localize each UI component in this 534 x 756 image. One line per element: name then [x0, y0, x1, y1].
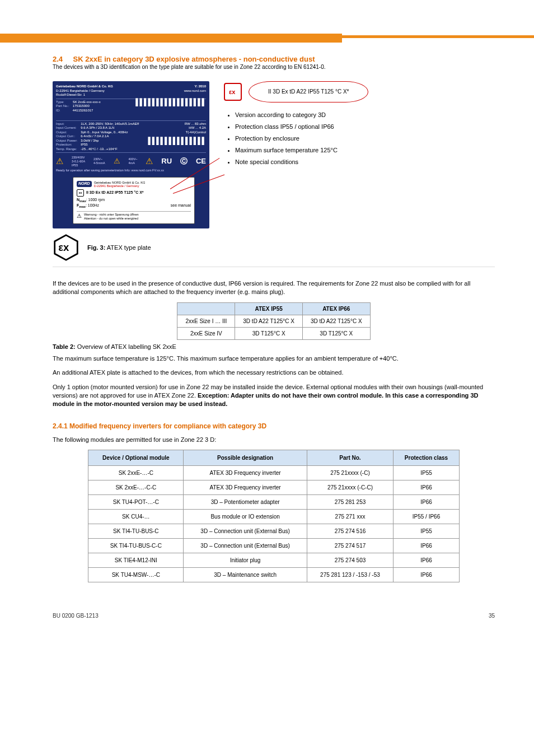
td: 3D T125°C X	[302, 327, 370, 339]
np-street: Rudolf-Diesel-Str. 1	[56, 93, 85, 96]
td: 275 281 253	[307, 495, 393, 510]
divider	[53, 267, 495, 267]
figure-row: Getriebebau NORD GmbH & Co. KG D-22941 B…	[53, 81, 495, 228]
td: 275 271 xxx	[307, 510, 393, 524]
td: SK TU4-MSW-…-C	[88, 568, 184, 582]
np-inner-company: Getriebebau NORD GmbH & Co. KG	[94, 181, 146, 184]
nmax-val: : 1000 rpm	[86, 198, 105, 202]
td: 3D tD A22 T125°C X	[235, 315, 303, 327]
td: SK TU4-POT-…-C	[88, 495, 184, 510]
nameplate-figure: Getriebebau NORD GmbH & Co. KG D-22941 B…	[53, 81, 209, 228]
td: ATEX 3D Frequency inverter	[184, 466, 307, 480]
td: 2xxE Size I … III	[177, 315, 235, 327]
ul-icon: RU	[161, 157, 172, 166]
td: ATEX 3D Frequency inverter	[184, 480, 307, 495]
fig-num: Fig. 3:	[87, 244, 105, 251]
footer-left: BU 0200 GB-1213	[53, 613, 99, 619]
paragraph: The following modules are permitted for …	[53, 436, 495, 444]
table-row: 2xxE Size I … III 3D tD A22 T125°C X 3D …	[177, 315, 370, 327]
np-labels-2: Input: Input Current: Output: Output Cur…	[56, 122, 77, 152]
td: 275 21xxxx (-C-C)	[307, 480, 393, 495]
hazard-icon: ⚠	[114, 157, 120, 166]
annot-bullet: Maximum surface temperature 125°C	[235, 146, 495, 155]
td: 3D – Potentiometer adapter	[184, 495, 307, 510]
atex-sub-plate: NORD Getriebebau NORD GmbH & Co. KG D-22…	[73, 177, 195, 224]
warn-de: Warnung - nicht unter Spannung öffnen	[84, 213, 139, 216]
ex-hex-icon: εx	[224, 83, 242, 101]
td: SK TIE4-M12-INI	[88, 553, 184, 568]
np-url: www.nord.com	[184, 89, 206, 92]
np-inner-ex: II 3D Ex tD A22 IP55 T125 °C X*	[86, 190, 144, 195]
td: Bus module or IO extension	[184, 510, 307, 524]
barcode-icon: ▌▌▌▌▌▌▌▌▌▌▌▌▌▌	[148, 139, 206, 143]
td: SK TI4-TU-BUS-C	[88, 524, 184, 539]
table-caption: Table 2: Overview of ATEX labelling SK 2…	[53, 343, 495, 350]
table-row: SK 2xxE-…-C-CATEX 3D Frequency inverter2…	[88, 480, 460, 495]
section-heading: 2.4 SK 2xxE in category 3D explosive atm…	[53, 54, 495, 64]
np-vals-2: 1LX, 200-250V, 50Hz; 140uA/5.1mAEff 9.6 …	[81, 122, 139, 152]
td: IP66	[394, 539, 460, 553]
td: 3D – Connection unit (External Bus)	[184, 539, 307, 553]
svg-text:εx: εx	[58, 241, 69, 253]
td: IP55	[394, 466, 460, 480]
fmax-val: : 100Hz	[86, 203, 99, 207]
section-subtitle: The devices with a 3D identification on …	[53, 64, 495, 70]
figure-annotation: εx II 3D Ex tD A22 IP55 T125 °C X* Versi…	[221, 81, 495, 169]
np-addr: D-22941 Bargteheide / Germany	[56, 89, 105, 92]
warn-en: Attention - do not open while energized	[84, 217, 138, 220]
th	[177, 302, 235, 315]
td: 3D T125°C X	[235, 327, 303, 339]
page-footer: BU 0200 GB-1213 35	[53, 613, 495, 619]
warning-triangle-icon: ⚠	[56, 156, 63, 167]
paragraph: If the devices are to be used in the pre…	[53, 279, 495, 297]
table-row: SK CU4-…Bus module or IO extension275 27…	[88, 510, 460, 524]
annot-bullet: Protection by enclosure	[235, 134, 495, 143]
np-bottom-note: Ready for operation after saving paramet…	[56, 169, 206, 172]
section-number: 2.4	[53, 55, 63, 63]
np-year: Y: 2010	[194, 85, 206, 88]
td: SK 2xxE-…-C-C	[88, 480, 184, 495]
ctick-icon: Ⓒ	[180, 157, 188, 166]
np-vals-3: RW ... 83 ohm HW ... 4.2A T(-4A)Control▌…	[142, 122, 206, 152]
td: 3D – Maintenance switch	[184, 568, 307, 582]
td: 3D – Connection unit (External Bus)	[184, 524, 307, 539]
np-labels-1: Type: Part No.: ID:	[56, 100, 69, 119]
th: Part No.	[307, 450, 393, 466]
td: Initiator plug	[184, 553, 307, 568]
np-inner-addr: D-22941 Bargteheide / Germany	[94, 184, 139, 188]
td: 275 21xxxx (-C)	[307, 466, 393, 480]
barcode-icon: ▌▌▌▌▌▌▌▌▌▌▌▌▌▌▌▌▌	[135, 100, 206, 105]
ex-hex-icon: εx	[53, 234, 79, 261]
annotation-list: Version according to category 3D Protect…	[226, 110, 495, 167]
np-small-3: 400V~4mA	[129, 157, 138, 165]
tbl-cap-num: Table 2:	[53, 343, 76, 350]
nmax-sub: max	[79, 199, 86, 203]
th: Possible designation	[184, 450, 307, 466]
td: IP66	[394, 553, 460, 568]
warning-triangle-icon: ⚠	[77, 213, 82, 220]
th: Device / Optional module	[88, 450, 184, 466]
tbl-cap-text: Overview of ATEX labelling SK 2xxE	[77, 343, 176, 350]
paragraph: Only 1 option (motor mounted version) fo…	[53, 383, 495, 409]
td: SK 2xxE-…-C	[88, 466, 184, 480]
annotation-ex-code: II 3D Ex tD A22 IP55 T125 °C X*	[249, 81, 368, 102]
para-part: Only 1 option (motor mounted version) fo…	[53, 384, 306, 390]
td: SK CU4-…	[88, 510, 184, 524]
figure-caption: εx Fig. 3: ATEX type plate	[53, 234, 495, 261]
subsection-heading: 2.4.1 Modified frequency inverters for c…	[53, 422, 495, 430]
annot-bullet: Protection class IP55 / optional IP66	[235, 122, 495, 132]
np-small-1: 230/400V3-0,1-60AIP55	[72, 156, 85, 167]
atex-label-table: ATEX IP55 ATEX IP66 2xxE Size I … III 3D…	[177, 302, 370, 340]
np-small-2: 230V~4-5mmA	[93, 157, 105, 165]
th-text: Protection class	[405, 455, 448, 461]
orange-header-bar	[0, 34, 534, 43]
td: IP55	[394, 524, 460, 539]
td: 2xxE Size IV	[177, 327, 235, 339]
nord-logo: NORD	[77, 181, 92, 187]
svg-text:εx: εx	[229, 88, 236, 95]
td: 3D tD A22 T125°C X	[302, 315, 370, 327]
td: IP66	[394, 480, 460, 495]
annot-bullet: Note special conditions	[235, 157, 495, 167]
th: ATEX IP66	[302, 302, 370, 315]
table-row: SK TI4-TU-BUS-C-C3D – Connection unit (E…	[88, 539, 460, 553]
